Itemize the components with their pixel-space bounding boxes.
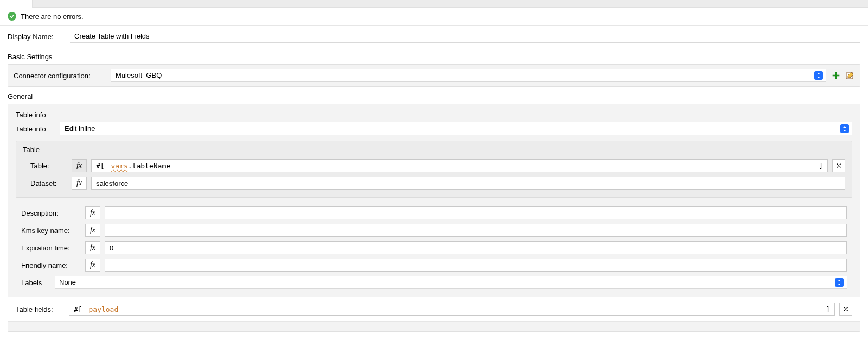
table-info-mode-select[interactable]: Edit inline: [60, 122, 852, 135]
dataweave-graph-icon[interactable]: [832, 159, 845, 172]
labels-value: None: [59, 278, 76, 286]
display-name-input[interactable]: [70, 30, 860, 43]
table-field-label: Table:: [23, 162, 67, 170]
expr-dot: .: [128, 162, 132, 170]
display-name-row: Display Name:: [8, 26, 860, 47]
general-title: General: [8, 87, 860, 102]
active-tab-stub: [0, 0, 33, 8]
kms-row: Kms key name: fx: [19, 222, 849, 239]
labels-row: Labels None: [19, 274, 849, 293]
friendly-row: Friendly name: fx: [19, 256, 849, 274]
expiration-input[interactable]: [105, 241, 847, 254]
expr-vars-token: vars: [111, 162, 127, 170]
labels-select[interactable]: None: [55, 276, 847, 289]
labels-label: Labels: [21, 279, 50, 287]
dropdown-chevron-icon: [835, 278, 844, 287]
edit-config-icon[interactable]: [846, 71, 854, 80]
expr-open-bracket: #[: [96, 162, 108, 170]
dropdown-chevron-icon: [814, 71, 823, 80]
friendly-label: Friendly name:: [21, 261, 81, 269]
description-row: Description: fx: [19, 204, 849, 222]
friendly-input[interactable]: [105, 259, 847, 272]
expr-table-name: tableName: [132, 162, 170, 170]
expr-open-bracket: #[: [74, 305, 86, 313]
add-config-icon[interactable]: [832, 71, 840, 80]
dataset-field-label: Dataset:: [23, 179, 67, 187]
dataset-field-row: Dataset: fx: [21, 174, 847, 192]
table-fields-label: Table fields:: [16, 305, 65, 313]
kms-input[interactable]: [105, 224, 847, 237]
expiration-row: Expiration time: fx: [19, 239, 849, 256]
table-fields-expression-input[interactable]: #[ payload ]: [69, 303, 835, 316]
description-label: Description:: [21, 209, 81, 217]
expr-payload-token: payload: [88, 305, 118, 313]
expr-close-bracket: ]: [826, 305, 830, 313]
fx-button-friendly[interactable]: fx: [85, 259, 100, 272]
dropdown-chevron-icon: [840, 124, 849, 133]
connector-config-select[interactable]: Mulesoft_GBQ: [111, 69, 826, 82]
connector-config-label: Connector configuration:: [14, 72, 106, 80]
expr-close-bracket: ]: [819, 162, 823, 170]
table-info-group-label: Table info: [14, 109, 854, 122]
display-name-label: Display Name:: [8, 33, 65, 41]
dataset-input[interactable]: [91, 177, 845, 190]
dataweave-graph-icon[interactable]: [839, 303, 852, 316]
kms-label: Kms key name:: [21, 227, 81, 235]
table-group-title: Table: [21, 146, 847, 157]
description-input[interactable]: [105, 206, 847, 219]
connector-config-row: Connector configuration: Mulesoft_GBQ: [8, 65, 860, 86]
table-expression-input[interactable]: #[ vars.tableName ]: [91, 159, 828, 172]
expiration-label: Expiration time:: [21, 244, 81, 252]
table-info-label: Table info: [16, 125, 56, 133]
table-field-row: Table: fx #[ vars.tableName ]: [21, 157, 847, 174]
fx-button-dataset[interactable]: fx: [72, 177, 87, 190]
table-group-box: Table Table: fx #[ vars.tableName ]: [16, 141, 852, 198]
status-message: There are no errors.: [21, 12, 84, 21]
table-info-mode-value: Edit inline: [65, 124, 95, 133]
top-toolbar-strip: [0, 0, 868, 8]
svg-rect-1: [833, 75, 839, 76]
status-bar: There are no errors.: [0, 8, 868, 26]
fx-button-description[interactable]: fx: [85, 206, 100, 219]
fx-button-table[interactable]: fx: [72, 159, 87, 172]
fx-button-expiration[interactable]: fx: [85, 241, 100, 254]
success-check-icon: [8, 12, 16, 21]
connector-config-value: Mulesoft_GBQ: [116, 71, 162, 79]
fx-button-kms[interactable]: fx: [85, 224, 100, 237]
basic-settings-title: Basic Settings: [8, 47, 860, 62]
bottom-spacer: [8, 322, 860, 331]
table-fields-row: Table fields: #[ payload ]: [14, 300, 854, 318]
